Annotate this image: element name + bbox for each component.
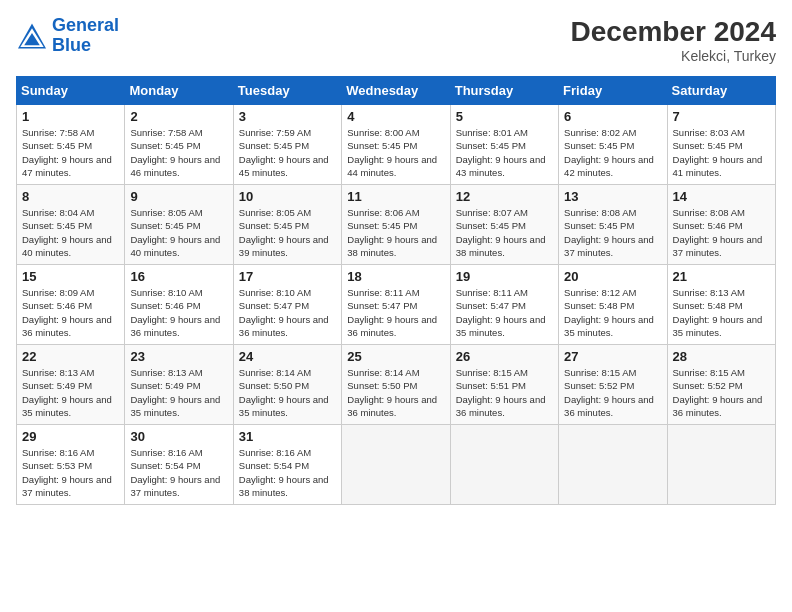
- calendar-cell: 14 Sunrise: 8:08 AMSunset: 5:46 PMDaylig…: [667, 185, 775, 265]
- logo-line2: Blue: [52, 35, 91, 55]
- day-number: 29: [22, 429, 119, 444]
- day-number: 22: [22, 349, 119, 364]
- day-number: 8: [22, 189, 119, 204]
- day-info: Sunrise: 8:06 AMSunset: 5:45 PMDaylight:…: [347, 206, 444, 259]
- day-info: Sunrise: 8:16 AMSunset: 5:54 PMDaylight:…: [239, 446, 336, 499]
- day-number: 18: [347, 269, 444, 284]
- day-info: Sunrise: 8:08 AMSunset: 5:45 PMDaylight:…: [564, 206, 661, 259]
- day-info: Sunrise: 8:13 AMSunset: 5:48 PMDaylight:…: [673, 286, 770, 339]
- day-info: Sunrise: 8:09 AMSunset: 5:46 PMDaylight:…: [22, 286, 119, 339]
- calendar-cell: 27 Sunrise: 8:15 AMSunset: 5:52 PMDaylig…: [559, 345, 667, 425]
- week-row-4: 22 Sunrise: 8:13 AMSunset: 5:49 PMDaylig…: [17, 345, 776, 425]
- day-number: 21: [673, 269, 770, 284]
- day-info: Sunrise: 8:16 AMSunset: 5:54 PMDaylight:…: [130, 446, 227, 499]
- calendar-cell: [667, 425, 775, 505]
- calendar-cell: 10 Sunrise: 8:05 AMSunset: 5:45 PMDaylig…: [233, 185, 341, 265]
- logo-text: General Blue: [52, 16, 119, 56]
- logo-icon: [16, 22, 48, 50]
- day-info: Sunrise: 8:07 AMSunset: 5:45 PMDaylight:…: [456, 206, 553, 259]
- calendar-cell: 15 Sunrise: 8:09 AMSunset: 5:46 PMDaylig…: [17, 265, 125, 345]
- calendar-cell: 13 Sunrise: 8:08 AMSunset: 5:45 PMDaylig…: [559, 185, 667, 265]
- day-number: 2: [130, 109, 227, 124]
- day-number: 1: [22, 109, 119, 124]
- calendar-cell: 7 Sunrise: 8:03 AMSunset: 5:45 PMDayligh…: [667, 105, 775, 185]
- title-block: December 2024 Kelekci, Turkey: [571, 16, 776, 64]
- calendar-cell: 25 Sunrise: 8:14 AMSunset: 5:50 PMDaylig…: [342, 345, 450, 425]
- calendar-cell: 26 Sunrise: 8:15 AMSunset: 5:51 PMDaylig…: [450, 345, 558, 425]
- calendar-cell: 31 Sunrise: 8:16 AMSunset: 5:54 PMDaylig…: [233, 425, 341, 505]
- day-info: Sunrise: 8:03 AMSunset: 5:45 PMDaylight:…: [673, 126, 770, 179]
- week-row-2: 8 Sunrise: 8:04 AMSunset: 5:45 PMDayligh…: [17, 185, 776, 265]
- day-info: Sunrise: 8:04 AMSunset: 5:45 PMDaylight:…: [22, 206, 119, 259]
- col-header-tuesday: Tuesday: [233, 77, 341, 105]
- day-number: 24: [239, 349, 336, 364]
- calendar-cell: 19 Sunrise: 8:11 AMSunset: 5:47 PMDaylig…: [450, 265, 558, 345]
- day-info: Sunrise: 8:15 AMSunset: 5:52 PMDaylight:…: [673, 366, 770, 419]
- day-number: 14: [673, 189, 770, 204]
- calendar-cell: 2 Sunrise: 7:58 AMSunset: 5:45 PMDayligh…: [125, 105, 233, 185]
- day-number: 20: [564, 269, 661, 284]
- day-number: 17: [239, 269, 336, 284]
- calendar-cell: 20 Sunrise: 8:12 AMSunset: 5:48 PMDaylig…: [559, 265, 667, 345]
- col-header-thursday: Thursday: [450, 77, 558, 105]
- day-number: 25: [347, 349, 444, 364]
- day-info: Sunrise: 8:11 AMSunset: 5:47 PMDaylight:…: [347, 286, 444, 339]
- calendar-header-row: SundayMondayTuesdayWednesdayThursdayFrid…: [17, 77, 776, 105]
- day-number: 10: [239, 189, 336, 204]
- calendar-cell: 6 Sunrise: 8:02 AMSunset: 5:45 PMDayligh…: [559, 105, 667, 185]
- day-info: Sunrise: 8:14 AMSunset: 5:50 PMDaylight:…: [239, 366, 336, 419]
- calendar-cell: 28 Sunrise: 8:15 AMSunset: 5:52 PMDaylig…: [667, 345, 775, 425]
- day-number: 4: [347, 109, 444, 124]
- day-info: Sunrise: 7:58 AMSunset: 5:45 PMDaylight:…: [22, 126, 119, 179]
- calendar-cell: 5 Sunrise: 8:01 AMSunset: 5:45 PMDayligh…: [450, 105, 558, 185]
- day-info: Sunrise: 8:15 AMSunset: 5:51 PMDaylight:…: [456, 366, 553, 419]
- day-info: Sunrise: 8:08 AMSunset: 5:46 PMDaylight:…: [673, 206, 770, 259]
- calendar-cell: 23 Sunrise: 8:13 AMSunset: 5:49 PMDaylig…: [125, 345, 233, 425]
- day-number: 9: [130, 189, 227, 204]
- calendar-cell: 30 Sunrise: 8:16 AMSunset: 5:54 PMDaylig…: [125, 425, 233, 505]
- logo: General Blue: [16, 16, 119, 56]
- day-info: Sunrise: 8:15 AMSunset: 5:52 PMDaylight:…: [564, 366, 661, 419]
- calendar-cell: 8 Sunrise: 8:04 AMSunset: 5:45 PMDayligh…: [17, 185, 125, 265]
- col-header-friday: Friday: [559, 77, 667, 105]
- day-number: 23: [130, 349, 227, 364]
- day-number: 6: [564, 109, 661, 124]
- page-header: General Blue December 2024 Kelekci, Turk…: [16, 16, 776, 64]
- day-info: Sunrise: 7:58 AMSunset: 5:45 PMDaylight:…: [130, 126, 227, 179]
- day-number: 26: [456, 349, 553, 364]
- day-number: 30: [130, 429, 227, 444]
- calendar-cell: [559, 425, 667, 505]
- col-header-sunday: Sunday: [17, 77, 125, 105]
- calendar-cell: 18 Sunrise: 8:11 AMSunset: 5:47 PMDaylig…: [342, 265, 450, 345]
- day-info: Sunrise: 8:05 AMSunset: 5:45 PMDaylight:…: [239, 206, 336, 259]
- calendar-cell: 24 Sunrise: 8:14 AMSunset: 5:50 PMDaylig…: [233, 345, 341, 425]
- calendar-cell: 1 Sunrise: 7:58 AMSunset: 5:45 PMDayligh…: [17, 105, 125, 185]
- calendar-cell: 3 Sunrise: 7:59 AMSunset: 5:45 PMDayligh…: [233, 105, 341, 185]
- calendar-table: SundayMondayTuesdayWednesdayThursdayFrid…: [16, 76, 776, 505]
- day-info: Sunrise: 8:11 AMSunset: 5:47 PMDaylight:…: [456, 286, 553, 339]
- day-info: Sunrise: 8:01 AMSunset: 5:45 PMDaylight:…: [456, 126, 553, 179]
- logo-line1: General: [52, 15, 119, 35]
- location: Kelekci, Turkey: [571, 48, 776, 64]
- col-header-wednesday: Wednesday: [342, 77, 450, 105]
- calendar-cell: [450, 425, 558, 505]
- week-row-3: 15 Sunrise: 8:09 AMSunset: 5:46 PMDaylig…: [17, 265, 776, 345]
- day-number: 28: [673, 349, 770, 364]
- week-row-1: 1 Sunrise: 7:58 AMSunset: 5:45 PMDayligh…: [17, 105, 776, 185]
- day-number: 7: [673, 109, 770, 124]
- calendar-cell: 4 Sunrise: 8:00 AMSunset: 5:45 PMDayligh…: [342, 105, 450, 185]
- calendar-cell: [342, 425, 450, 505]
- day-info: Sunrise: 8:14 AMSunset: 5:50 PMDaylight:…: [347, 366, 444, 419]
- day-number: 15: [22, 269, 119, 284]
- col-header-monday: Monday: [125, 77, 233, 105]
- day-info: Sunrise: 8:13 AMSunset: 5:49 PMDaylight:…: [22, 366, 119, 419]
- calendar-cell: 11 Sunrise: 8:06 AMSunset: 5:45 PMDaylig…: [342, 185, 450, 265]
- calendar-cell: 21 Sunrise: 8:13 AMSunset: 5:48 PMDaylig…: [667, 265, 775, 345]
- day-info: Sunrise: 8:05 AMSunset: 5:45 PMDaylight:…: [130, 206, 227, 259]
- day-number: 5: [456, 109, 553, 124]
- day-number: 12: [456, 189, 553, 204]
- day-number: 16: [130, 269, 227, 284]
- calendar-cell: 12 Sunrise: 8:07 AMSunset: 5:45 PMDaylig…: [450, 185, 558, 265]
- calendar-cell: 9 Sunrise: 8:05 AMSunset: 5:45 PMDayligh…: [125, 185, 233, 265]
- day-number: 31: [239, 429, 336, 444]
